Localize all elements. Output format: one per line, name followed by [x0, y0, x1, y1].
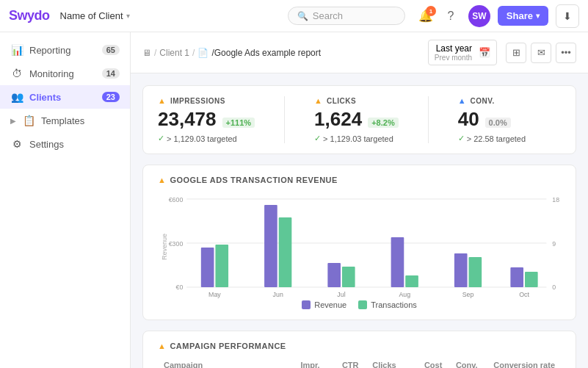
monitoring-badge: 14 [102, 68, 120, 79]
client-name: Name of Client [60, 10, 123, 21]
table-icon: ▲ [158, 342, 166, 350]
logo: Swydo [9, 8, 50, 24]
bar-jul-revenue [327, 263, 341, 287]
dashboard: ▲ IMPRESSIONS 23,478 +111% ✓ > 1,129.03 … [131, 73, 588, 368]
clicks-sub: ✓ > 1,129.03 targeted [314, 134, 399, 143]
divider-2 [428, 96, 429, 143]
clicks-value-row: 1,624 +8.2% [314, 108, 399, 131]
breadcrumb-sep-2: / [192, 48, 195, 58]
sidebar-item-monitoring[interactable]: ⏱ Monitoring 14 [0, 62, 130, 85]
ellipsis-icon: ••• [561, 47, 571, 58]
monitoring-icon: ⏱ [10, 68, 23, 79]
svg-text:€0: €0 [175, 284, 183, 291]
bar-jul-transactions [342, 267, 355, 287]
impressions-sub: ✓ > 1,129.03 targeted [158, 134, 255, 143]
view-toggle-button[interactable]: ⊞ [506, 43, 526, 63]
divider-1 [284, 96, 285, 143]
breadcrumb-root-icon: 🖥 [142, 48, 151, 58]
clicks-change: +8.2% [368, 118, 399, 128]
report-icon: 📄 [197, 48, 208, 58]
table-header-row: Campaign Impr. CTR Clicks Cost Conv. Con… [158, 358, 561, 368]
download-button[interactable]: ⬇ [556, 4, 579, 28]
sidebar-label-reporting: Reporting [29, 45, 96, 56]
chart-title: ▲ GOOGLE ADS TRANSACTION REVENUE [158, 176, 561, 184]
svg-text:Revenue: Revenue [161, 234, 168, 260]
impressions-value-row: 23,478 +111% [158, 108, 255, 131]
sidebar-item-settings[interactable]: ⚙ Settings [0, 132, 130, 156]
legend-transactions-dot [358, 300, 367, 309]
client-selector[interactable]: Name of Client ▾ [60, 10, 130, 21]
date-range-selector[interactable]: Last year Prev month 📅 [428, 40, 497, 65]
chart-icon: ▲ [158, 176, 166, 184]
share-icon-button[interactable]: ✉ [531, 43, 551, 63]
chart-card: ▲ GOOGLE ADS TRANSACTION REVENUE €600 €3… [142, 165, 576, 320]
sidebar-item-clients[interactable]: 👥 Clients 23 [0, 85, 130, 109]
date-sub: Prev month [435, 54, 472, 62]
conv-header: ▲ CONV. [458, 96, 526, 105]
clicks-block: ▲ CLICKS 1,624 +8.2% ✓ > 1,129.03 target… [314, 96, 399, 143]
expand-icon: ▶ [10, 117, 16, 125]
svg-text:€300: €300 [169, 240, 184, 248]
bar-aug-revenue [391, 237, 404, 287]
performance-table: Campaign Impr. CTR Clicks Cost Conv. Con… [158, 358, 561, 368]
notification-button[interactable]: 🔔 1 [418, 9, 433, 23]
svg-text:9: 9 [552, 240, 556, 248]
check-icon-2: ✓ [314, 134, 321, 143]
svg-text:€600: €600 [169, 196, 184, 203]
templates-icon: 📋 [22, 115, 35, 126]
breadcrumb-report: 📄 /Google Ads example report [197, 48, 321, 58]
clicks-header: ▲ CLICKS [314, 96, 399, 105]
bar-sep-transactions [469, 257, 482, 287]
sidebar-item-templates[interactable]: ▶ 📋 Templates [0, 109, 130, 132]
col-ctr: CTR [326, 358, 365, 368]
topbar: Swydo Name of Client ▾ 🔍 Search 🔔 1 ? SW… [0, 0, 588, 32]
clicks-icon: ▲ [314, 96, 322, 105]
bar-may-revenue [201, 248, 214, 287]
bar-aug-transactions [405, 275, 418, 287]
conv-change: 0.0% [485, 118, 511, 128]
user-avatar[interactable]: SW [468, 5, 490, 27]
impressions-title: IMPRESSIONS [170, 97, 225, 105]
more-options-button[interactable]: ••• [556, 43, 576, 63]
topbar-icons: 🔔 1 ? SW [418, 5, 490, 27]
help-button[interactable]: ? [440, 6, 461, 26]
notif-badge: 1 [426, 6, 436, 16]
svg-text:May: May [208, 291, 221, 298]
bar-jun-revenue [264, 205, 277, 287]
breadcrumb-client[interactable]: Client 1 [159, 48, 189, 58]
sidebar: 📊 Reporting 65 ⏱ Monitoring 14 👥 Clients… [0, 32, 131, 368]
legend-transactions: Transactions [358, 300, 417, 309]
chart-area: €600 €300 €0 18 9 0 May [158, 192, 561, 295]
conv-value: 40 [458, 108, 479, 131]
subheader: 🖥 / Client 1 / 📄 /Google Ads example rep… [131, 32, 588, 73]
calendar-icon: 📅 [479, 47, 490, 58]
share-sub-icon: ✉ [537, 47, 545, 58]
svg-text:Oct: Oct [519, 291, 529, 298]
subheader-icons: ⊞ ✉ ••• [506, 43, 576, 63]
sidebar-label-monitoring: Monitoring [29, 68, 96, 79]
bar-oct-revenue [510, 267, 523, 287]
col-clicks: Clicks [365, 358, 402, 368]
conv-title: CONV. [471, 97, 495, 105]
svg-text:Jul: Jul [337, 291, 345, 298]
impressions-icon: ▲ [158, 96, 166, 105]
share-button[interactable]: Share ▾ [498, 6, 548, 26]
col-conv: Conv. [448, 358, 483, 368]
impressions-header: ▲ IMPRESSIONS [158, 96, 255, 105]
sidebar-item-reporting[interactable]: 📊 Reporting 65 [0, 38, 130, 62]
bar-chart-svg: €600 €300 €0 18 9 0 May [158, 192, 561, 295]
help-icon: ? [447, 10, 454, 23]
sidebar-label-templates: Templates [41, 115, 120, 126]
reporting-badge: 65 [102, 45, 120, 55]
conv-sub: ✓ > 22.58 targeted [458, 134, 526, 143]
clicks-value: 1,624 [314, 108, 362, 131]
bar-may-transactions [215, 245, 228, 287]
breadcrumb-sep-1: / [154, 48, 156, 58]
clients-badge: 23 [102, 92, 120, 102]
chevron-down-icon: ▾ [126, 12, 130, 20]
impressions-change: +111% [222, 118, 255, 128]
bar-oct-transactions [525, 272, 538, 287]
campaign-table-card: ▲ CAMPAIGN PERFORMANCE Campaign Impr. CT… [142, 331, 576, 368]
search-box[interactable]: 🔍 Search [288, 7, 405, 25]
chart-legend: Revenue Transactions [158, 300, 561, 309]
